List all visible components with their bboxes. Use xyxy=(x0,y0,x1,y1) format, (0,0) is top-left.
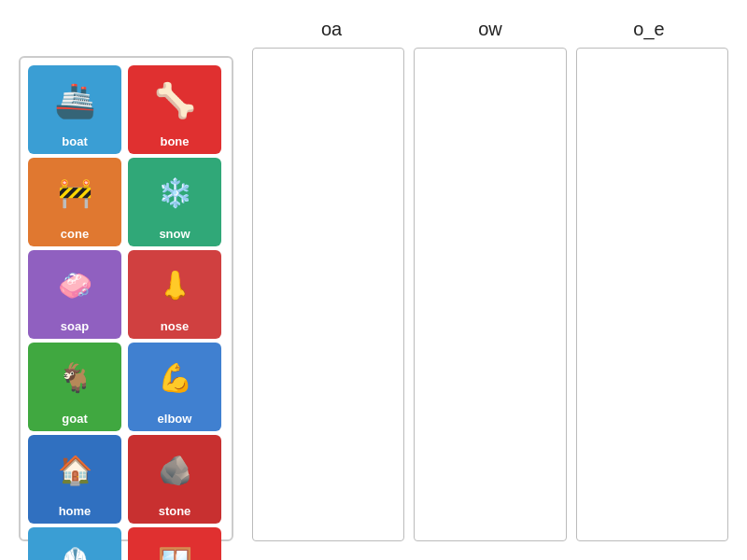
card-label-elbow: elbow xyxy=(154,410,196,427)
card-label-snow: snow xyxy=(155,225,193,243)
card-boat[interactable]: boat xyxy=(28,65,121,154)
card-image-home xyxy=(28,435,121,505)
cards-panel: boatboneconesnowsoapnosegoatelbowhomesto… xyxy=(19,56,233,541)
card-label-soap: soap xyxy=(57,317,92,335)
card-image-cone xyxy=(28,158,121,228)
drop-zone-ow[interactable] xyxy=(414,48,566,541)
card-image-nose xyxy=(128,250,221,320)
card-label-nose: nose xyxy=(157,317,192,335)
card-cone[interactable]: cone xyxy=(28,158,121,246)
card-label-boat: boat xyxy=(58,133,91,150)
zone-label-ow: ow xyxy=(416,19,565,40)
card-stone[interactable]: stone xyxy=(128,435,221,524)
card-image-robe xyxy=(28,527,121,560)
card-bone[interactable]: bone xyxy=(128,65,221,154)
card-label-cone: cone xyxy=(57,225,92,243)
card-robe[interactable]: robe xyxy=(28,527,121,560)
card-window[interactable]: window xyxy=(128,527,221,560)
drop-zone-oa[interactable] xyxy=(252,48,404,541)
drop-zones-body xyxy=(252,48,728,541)
card-label-bone: bone xyxy=(156,133,192,150)
card-image-elbow xyxy=(128,343,221,413)
card-home[interactable]: home xyxy=(28,435,121,524)
main-container: boatboneconesnowsoapnosegoatelbowhomesto… xyxy=(0,0,747,560)
card-snow[interactable]: snow xyxy=(128,158,221,246)
card-label-home: home xyxy=(55,502,95,520)
card-image-snow xyxy=(128,158,221,228)
zone-label-oa: oa xyxy=(257,19,406,40)
drop-zones-area: oaowo_e xyxy=(252,19,728,541)
drop-zones-header: oaowo_e xyxy=(252,19,728,40)
card-image-boat xyxy=(28,65,121,135)
card-image-soap xyxy=(28,250,121,320)
drop-zone-o_e[interactable] xyxy=(576,48,728,541)
card-image-goat xyxy=(28,343,121,413)
card-label-stone: stone xyxy=(155,502,195,520)
card-soap[interactable]: soap xyxy=(28,250,121,339)
card-image-window xyxy=(128,527,221,560)
card-label-goat: goat xyxy=(58,410,91,427)
card-elbow[interactable]: elbow xyxy=(128,343,221,431)
card-nose[interactable]: nose xyxy=(128,250,221,339)
card-image-bone xyxy=(128,65,221,135)
card-goat[interactable]: goat xyxy=(28,343,121,431)
zone-label-o_e: o_e xyxy=(574,19,724,40)
card-image-stone xyxy=(128,435,221,505)
